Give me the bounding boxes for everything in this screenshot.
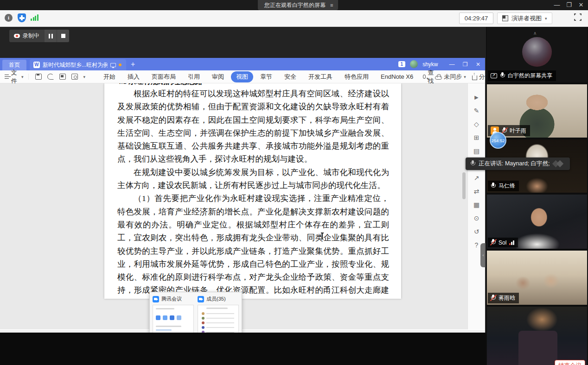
mic-icon	[491, 182, 496, 189]
quick-access-toolbar: ▾	[28, 74, 92, 80]
tab-endnote[interactable]: EndNote X6	[376, 72, 418, 82]
recording-label: 录制中	[23, 32, 39, 40]
meeting-timer: 04:29:47	[459, 13, 493, 24]
document-body: 根据永旺村的特征可以发现这种城郊型村庄具有空间区域、经济建设以及发展政策的优势相…	[117, 87, 389, 299]
paragraph: 根据永旺村的特征可以发现这种城郊型村庄具有空间区域、经济建设以及发展政策的优势相…	[117, 87, 389, 166]
minimize-button[interactable]: —	[552, 1, 562, 8]
wps-close-button[interactable]: ✕	[476, 61, 480, 68]
print-preview-icon[interactable]	[71, 74, 78, 80]
pen-tool-icon[interactable]: ✎	[472, 107, 481, 114]
participants-sidebar: ∧ 白宇然的屏幕共享 叶子雨 马仁锋 Sol	[486, 27, 588, 365]
watching-banner[interactable]: 您正在观看白宇然的屏幕 ≡	[258, 0, 338, 10]
stop-recording-button[interactable]	[57, 30, 69, 42]
close-button[interactable]: ✕	[576, 1, 586, 8]
view-mode-button[interactable]: 演讲者视图 ▾	[497, 13, 552, 24]
mic-icon	[470, 160, 475, 167]
chevron-down-icon: ▾	[464, 75, 466, 79]
chevron-up-icon[interactable]: ∧	[533, 31, 537, 36]
select-tool-icon[interactable]: ►	[472, 94, 481, 101]
document-page[interactable]: 4.1 永旺村规划的理念思路 根据永旺村的特征可以发现这种城郊型村庄具有空间区域…	[104, 83, 401, 299]
panel-collapse-handle[interactable]: ‹	[480, 243, 486, 267]
wps-restore-button[interactable]: ❐	[463, 61, 468, 68]
tab-view[interactable]: 视图	[231, 71, 253, 82]
hamburger-icon	[5, 75, 9, 79]
avatar	[522, 37, 552, 67]
user-avatar[interactable]	[410, 60, 418, 68]
table-tool-icon[interactable]: ⊞	[472, 134, 481, 141]
find-label: 查找	[428, 69, 435, 85]
window-count-badge: 1	[398, 61, 406, 67]
restore-button[interactable]: ❐	[564, 1, 574, 8]
participant-tile[interactable]: 蒋雨晗	[487, 251, 587, 305]
tab-start[interactable]: 开始	[98, 71, 121, 82]
tab-review[interactable]: 审阅	[207, 71, 229, 82]
file-menu-label: 文件	[11, 69, 19, 85]
end-meeting-button[interactable]: 结束会议	[555, 360, 585, 365]
preview-title: 腾讯会议	[161, 296, 182, 302]
chevron-down-icon: ▾	[21, 75, 24, 79]
new-tab-button[interactable]: +	[131, 60, 135, 69]
participant-name: 叶子雨	[510, 127, 526, 135]
list-tool-icon[interactable]: ▤	[472, 147, 481, 155]
wps-menu-bar: 文件 ▾ ▾ 开始 插入 页面布局 引用 审阅 视图 章节	[0, 70, 485, 83]
meeting-window: 您正在观看白宇然的屏幕 ≡ — ❐ ✕ i 04:29:47 演讲者视图 ▾ 录…	[0, 0, 588, 365]
save-icon[interactable]	[35, 74, 42, 80]
meeting-time-bubble[interactable]: 254:52	[490, 132, 506, 149]
tencent-meeting-icon	[198, 296, 204, 302]
participant-tile[interactable]: ∨	[487, 307, 587, 365]
tab-special-apps[interactable]: 特色应用	[339, 71, 374, 82]
tab-page-layout[interactable]: 页面布局	[147, 71, 181, 82]
tab-insert[interactable]: 插入	[122, 71, 145, 82]
watching-banner-text: 您正在观看白宇然的屏幕	[264, 1, 326, 9]
paragraph: （1）首先要把产业化作为永旺村建设现实选择，注重产业精准定位，特色发展，培育产业…	[117, 192, 389, 299]
scroll-down-button[interactable]: ∨	[528, 347, 546, 357]
document-scrollbar[interactable]	[462, 85, 466, 298]
undo-icon[interactable]	[47, 74, 54, 80]
qat-dropdown-icon[interactable]: ▾	[83, 75, 86, 79]
document-heading: 4.1 永旺村规划的理念思路	[117, 83, 389, 87]
export-tool-icon[interactable]: ↗	[472, 174, 481, 182]
banner-menu-icon[interactable]: ≡	[330, 2, 333, 8]
fullscreen-icon[interactable]	[574, 13, 582, 21]
participant-tile[interactable]: Sol	[487, 195, 587, 249]
meeting-protect-icon[interactable]	[18, 13, 26, 22]
preview-title: 成员(35)	[206, 296, 226, 302]
tencent-meeting-icon	[153, 296, 159, 302]
participant-tile[interactable]: 叶子雨	[487, 84, 587, 138]
grid-tool-icon[interactable]: ▦	[472, 201, 481, 208]
mic-muted-icon	[491, 295, 496, 302]
tab-dev-tools[interactable]: 开发工具	[303, 71, 338, 82]
meeting-info-icon[interactable]: i	[5, 14, 13, 22]
pause-recording-button[interactable]	[45, 30, 57, 42]
print-icon[interactable]	[59, 74, 66, 80]
participant-name: 白宇然的屏幕共享	[508, 72, 552, 80]
swap-tool-icon[interactable]: ⇄	[472, 188, 481, 195]
wps-minimize-button[interactable]: —	[449, 61, 454, 68]
sync-label: 未同步	[444, 73, 462, 81]
text-cursor	[322, 233, 323, 239]
undo-tool-icon[interactable]: ↺	[472, 228, 481, 235]
shape-tool-icon[interactable]: ◇	[472, 120, 481, 128]
wps-document-tab[interactable]: W 新时代城郊型乡...旺村为例(1)	[30, 59, 126, 70]
recording-bar: 录制中	[9, 30, 69, 42]
wps-titlebar-right: 1 shykw — ❐ ✕	[398, 58, 480, 70]
tab-reference[interactable]: 引用	[183, 71, 205, 82]
history-tool-icon[interactable]: ⊙	[472, 214, 481, 222]
network-signal-icon	[31, 14, 39, 21]
wps-window: 首页 W 新时代城郊型乡...旺村为例(1) + 1 shykw — ❐ ✕	[0, 58, 485, 344]
sync-button[interactable]: 未同步 ▾	[435, 73, 466, 81]
find-button[interactable]: 查找	[423, 69, 435, 85]
wps-doc-title: 新时代城郊型乡...旺村为例(1)	[43, 61, 108, 69]
wps-side-toolbar: ► ✎ ◇ ⊞ ▤ ✦ ↗ ⇄ ▦ ⊙ ↺ ?	[467, 83, 485, 329]
shared-screen-stage: 录制中 首页 W 新时代城郊型乡...旺村为例(1) + 1 shykw — ❐	[0, 27, 486, 365]
participant-tile-screen-share[interactable]: ∧ 白宇然的屏幕共享	[487, 27, 587, 82]
tab-section[interactable]: 章节	[255, 71, 277, 82]
paragraph: 在规划建设中要以城乡统筹发展为目标，以产业化、城市化和现代化为主体方向，建设农民…	[117, 166, 389, 192]
mic-icon	[500, 72, 505, 79]
file-menu[interactable]: 文件 ▾	[0, 69, 28, 85]
screen-share-icon	[491, 73, 497, 78]
view-mode-label: 演讲者视图	[511, 14, 542, 23]
tab-security[interactable]: 安全	[279, 71, 301, 82]
help-tool-icon[interactable]: ?	[472, 241, 481, 249]
username: shykw	[422, 61, 438, 68]
